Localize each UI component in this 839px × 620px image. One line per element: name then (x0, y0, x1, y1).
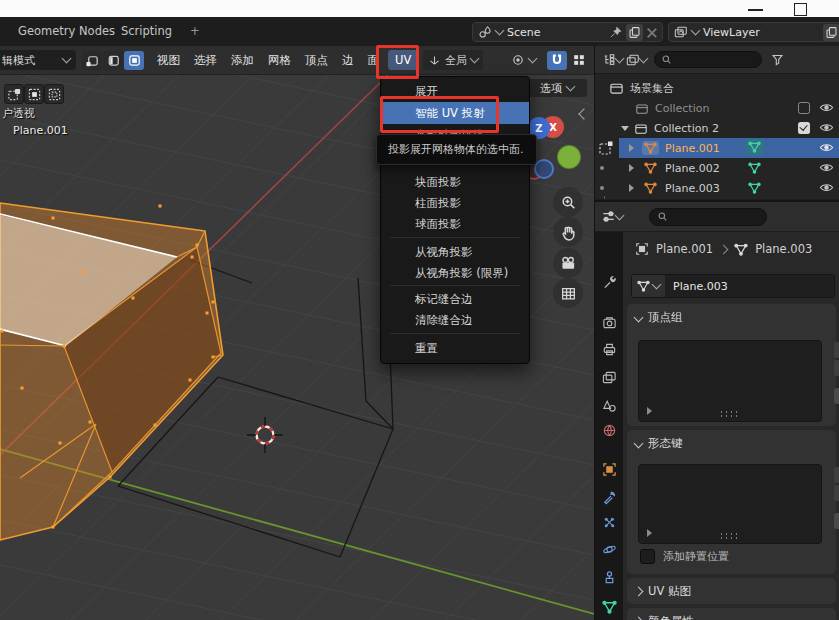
menu-item-project-from-view-bounds[interactable]: 从视角投影 (限界) (381, 262, 529, 284)
expand-arrow-icon[interactable] (629, 164, 634, 172)
specials-menu-button[interactable] (834, 513, 839, 529)
tab-tool[interactable] (600, 273, 618, 291)
pan-hand-button[interactable] (553, 217, 583, 247)
zoom-button[interactable] (553, 187, 583, 217)
minimize-icon[interactable] (748, 9, 763, 11)
outliner-row-plane-002[interactable]: Plane.002 (595, 158, 839, 178)
menu-vertex[interactable]: 顶点 (298, 46, 335, 74)
toggle-perspective-grid-button[interactable] (553, 278, 583, 308)
remove-item-button[interactable] (834, 485, 839, 501)
tab-particles[interactable] (600, 513, 618, 531)
menu-view[interactable]: 视图 (150, 46, 187, 74)
panel-header-vertex-groups[interactable]: 顶点组 (627, 304, 836, 325)
view-layer-selector[interactable]: ViewLayer (668, 22, 839, 42)
camera-view-button[interactable] (553, 248, 583, 278)
snap-pivot-dropdown[interactable] (506, 50, 541, 70)
outliner-row-plane-003[interactable]: Plane.003 (595, 178, 839, 198)
workspace-tab-scripting[interactable]: Scripting (121, 24, 172, 38)
mode-dropdown[interactable]: 辑模式 (0, 50, 76, 70)
tab-scene[interactable] (600, 396, 618, 414)
tab-object[interactable] (600, 460, 618, 478)
overlays-button[interactable] (569, 51, 589, 70)
exclude-checkbox[interactable] (798, 122, 810, 134)
expand-arrow-icon[interactable] (621, 126, 629, 131)
expand-arrow-icon[interactable] (629, 184, 634, 192)
outliner-row-plane-001[interactable]: Plane.001 (595, 138, 839, 158)
tab-view-layer[interactable] (600, 368, 618, 386)
mesh-data-icon[interactable] (748, 182, 761, 194)
panel-header-color-attributes[interactable]: 颜色属性 (627, 608, 836, 620)
new-scene-button[interactable] (626, 24, 643, 41)
tab-output[interactable] (600, 340, 618, 358)
properties-search-input[interactable] (649, 208, 767, 226)
panel-color-attributes[interactable]: 颜色属性 (627, 608, 836, 620)
mesh-data-icon[interactable] (745, 139, 764, 155)
rest-position-checkbox[interactable] (640, 549, 655, 564)
expand-arrow-icon[interactable] (629, 144, 634, 152)
eye-icon[interactable] (819, 122, 834, 133)
eye-icon[interactable] (819, 102, 834, 113)
menu-edge[interactable]: 边 (335, 46, 361, 74)
tab-world[interactable] (600, 421, 618, 439)
gizmo-y-ball[interactable] (557, 145, 581, 169)
scene-name[interactable]: Scene (507, 26, 541, 39)
menu-item-reset[interactable]: 重置 (381, 337, 529, 359)
menu-item-mark-seam[interactable]: 标记缝合边 (381, 288, 529, 310)
list-filter-arrow-icon[interactable] (647, 529, 652, 537)
tab-modifiers[interactable] (600, 488, 618, 506)
edge-select-button[interactable] (103, 51, 123, 70)
add-item-button[interactable] (834, 467, 839, 483)
snap-magnet-toggle[interactable] (547, 51, 567, 70)
outliner-row-scene-collection[interactable]: 场景集合 (595, 78, 839, 98)
add-workspace-button[interactable]: + (190, 24, 200, 38)
maximize-icon[interactable] (794, 3, 807, 16)
vertex-select-button[interactable] (82, 51, 102, 70)
panel-header-shape-keys[interactable]: 形态键 (627, 430, 836, 451)
tab-render[interactable] (600, 313, 618, 331)
display-mode-dropdown[interactable] (602, 53, 623, 67)
menu-item-cube-projection[interactable]: 块面投影 (381, 171, 529, 193)
menu-add[interactable]: 添加 (224, 46, 261, 74)
data-name-field[interactable]: Plane.003 (631, 274, 835, 298)
menu-item-project-from-view[interactable]: 从视角投影 (381, 241, 529, 263)
new-view-layer-button[interactable] (823, 24, 839, 41)
menu-item-cylinder-projection[interactable]: 柱面投影 (381, 192, 529, 214)
menu-mesh[interactable]: 网格 (261, 46, 298, 74)
menu-item-sphere-projection[interactable]: 球面投影 (381, 213, 529, 235)
scene-selector[interactable]: Scene (472, 22, 663, 42)
filter-id-type-dropdown[interactable] (626, 53, 647, 67)
remove-item-button[interactable] (834, 360, 839, 376)
outliner-search-input[interactable] (654, 51, 762, 68)
eye-icon[interactable] (819, 142, 834, 153)
tab-physics[interactable] (600, 540, 618, 558)
menu-select[interactable]: 选择 (187, 46, 224, 74)
breadcrumb-object[interactable]: Plane.001 (656, 242, 713, 256)
eye-icon[interactable] (819, 182, 834, 193)
resize-grip-icon[interactable] (719, 532, 741, 539)
exclude-checkbox[interactable] (798, 102, 810, 114)
face-select-button[interactable] (124, 51, 144, 70)
filter-funnel-icon[interactable] (771, 53, 784, 66)
data-name-value[interactable]: Plane.003 (665, 275, 834, 297)
select-subtract-tool-button[interactable] (44, 84, 64, 104)
eye-icon[interactable] (819, 162, 834, 173)
transform-orientation-dropdown[interactable]: 全局 (423, 50, 483, 70)
vertex-groups-list[interactable] (638, 340, 822, 422)
shape-keys-list[interactable] (638, 464, 822, 544)
mesh-data-icon[interactable] (748, 162, 761, 174)
specials-menu-button[interactable] (834, 388, 839, 404)
panel-uv-maps[interactable]: UV 贴图 (627, 578, 836, 604)
list-filter-arrow-icon[interactable] (647, 407, 652, 415)
add-item-button[interactable] (834, 342, 839, 358)
outliner-row-collection[interactable]: Collection (595, 98, 839, 118)
tab-constraints[interactable] (600, 568, 618, 586)
view-layer-name[interactable]: ViewLayer (703, 26, 760, 39)
resize-grip-icon[interactable] (719, 410, 741, 417)
unlink-scene-icon[interactable] (647, 27, 657, 37)
tab-object-data[interactable] (600, 598, 618, 616)
outliner-row-collection-2[interactable]: Collection 2 (595, 118, 839, 138)
data-id-icon[interactable] (632, 275, 665, 297)
pin-icon[interactable] (609, 26, 622, 39)
panel-header-uv-maps[interactable]: UV 贴图 (627, 578, 836, 599)
select-extend-tool-button[interactable] (24, 84, 44, 104)
